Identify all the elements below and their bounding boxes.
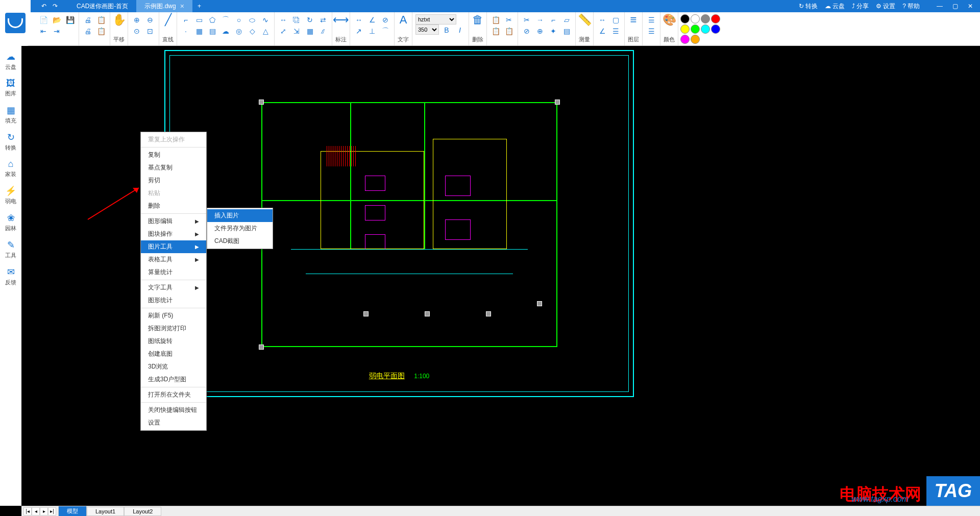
delete-icon[interactable]: 🗑 bbox=[472, 14, 483, 26]
menu-item[interactable]: 算量统计 bbox=[141, 266, 206, 279]
dimang-icon[interactable]: ∠ bbox=[366, 14, 378, 26]
fillet-icon[interactable]: ⌐ bbox=[548, 14, 559, 26]
dim-icon[interactable]: ⟷ bbox=[335, 14, 347, 26]
arc-icon[interactable]: ⌒ bbox=[220, 14, 231, 26]
copy-icon[interactable]: ⿻ bbox=[291, 14, 302, 26]
minimize-icon[interactable]: — bbox=[934, 1, 945, 12]
tab-model[interactable]: 模型 bbox=[58, 506, 87, 516]
sidebar-item[interactable]: ↻转换 bbox=[1, 129, 21, 155]
save-icon[interactable]: 💾 bbox=[64, 14, 76, 26]
cloud-button[interactable]: ☁云盘 bbox=[825, 2, 845, 11]
polyline-icon[interactable]: ⌐ bbox=[180, 14, 191, 26]
share-button[interactable]: ⤴分享 bbox=[852, 2, 869, 11]
sidebar-item[interactable]: ▦填充 bbox=[1, 102, 21, 128]
tab-layout1[interactable]: Layout1 bbox=[87, 507, 124, 516]
paste-icon[interactable]: 📋 bbox=[490, 26, 501, 37]
color-swatch[interactable] bbox=[701, 14, 710, 23]
menu-item[interactable]: 3D浏览 bbox=[141, 360, 206, 373]
dimrad-icon[interactable]: ⊘ bbox=[380, 14, 391, 26]
export-icon[interactable]: ⇤ bbox=[38, 26, 49, 37]
sidebar-item[interactable]: ☁云盘 bbox=[1, 48, 21, 74]
close-window-icon[interactable]: ✕ bbox=[965, 1, 976, 12]
handle[interactable] bbox=[259, 345, 264, 350]
chamfer-icon[interactable]: ▱ bbox=[561, 14, 572, 26]
offset-icon[interactable]: ⫽ bbox=[317, 26, 329, 37]
menu-item[interactable]: 打开所在文件夹 bbox=[141, 388, 206, 401]
print2-icon[interactable]: 🖨 bbox=[82, 26, 93, 37]
menu-item[interactable]: 生成3D户型图 bbox=[141, 373, 206, 386]
menu-item[interactable]: 复制 bbox=[141, 149, 206, 161]
layerprop-icon[interactable]: ☰ bbox=[646, 26, 657, 37]
donut-icon[interactable]: ◎ bbox=[233, 26, 244, 37]
settings-button[interactable]: ⚙设置 bbox=[876, 2, 895, 11]
first-icon[interactable]: |◂ bbox=[23, 507, 32, 515]
cloud-icon[interactable]: ☁ bbox=[220, 26, 231, 37]
handle[interactable] bbox=[363, 311, 369, 316]
sidebar-item[interactable]: ✉反馈 bbox=[1, 263, 21, 289]
last-icon[interactable]: ▸| bbox=[48, 507, 56, 515]
tab-document[interactable]: 示例图.dwg× bbox=[136, 0, 192, 12]
area-icon[interactable]: ▢ bbox=[610, 14, 621, 26]
handle[interactable] bbox=[425, 311, 430, 316]
zoomfit-icon[interactable]: ⊙ bbox=[131, 26, 142, 37]
layerlist-icon[interactable]: ☰ bbox=[646, 14, 657, 26]
extend-icon[interactable]: → bbox=[534, 14, 546, 26]
text-icon[interactable]: A bbox=[398, 14, 409, 26]
import-icon[interactable]: ⇥ bbox=[51, 26, 62, 37]
array-icon[interactable]: ▦ bbox=[304, 26, 315, 37]
open-icon[interactable]: 📂 bbox=[51, 14, 62, 26]
menu-item[interactable]: 关闭快捷编辑按钮 bbox=[141, 404, 206, 416]
menu-item[interactable]: 图块操作▶ bbox=[141, 228, 206, 240]
sidebar-item[interactable]: ❀园林 bbox=[1, 209, 21, 235]
menu-item[interactable]: 创建底图 bbox=[141, 348, 206, 360]
menu-item[interactable]: 插入图片 bbox=[207, 209, 273, 222]
color-swatch[interactable] bbox=[711, 14, 720, 23]
menu-item[interactable]: 设置 bbox=[141, 416, 206, 429]
new-icon[interactable]: 📄 bbox=[38, 14, 49, 26]
stretch-icon[interactable]: ⇲ bbox=[291, 26, 302, 37]
redo-icon[interactable]: ↷ bbox=[51, 2, 59, 10]
menu-item[interactable]: 图形编辑▶ bbox=[141, 215, 206, 228]
menu-item[interactable]: 表格工具▶ bbox=[141, 253, 206, 266]
rotate-icon[interactable]: ↻ bbox=[304, 14, 315, 26]
italic-button[interactable]: I bbox=[454, 24, 465, 36]
line-icon[interactable]: ╱ bbox=[162, 14, 174, 26]
menu-item[interactable]: 图形统计 bbox=[141, 294, 206, 307]
color-swatch[interactable] bbox=[691, 14, 700, 23]
sidebar-item[interactable]: ⚡弱电 bbox=[1, 182, 21, 208]
menu-item[interactable]: 删除 bbox=[141, 200, 206, 212]
sidebar-item[interactable]: 🖼图库 bbox=[1, 75, 21, 101]
zoomin-icon[interactable]: ⊕ bbox=[131, 14, 142, 26]
color-swatch[interactable] bbox=[701, 24, 710, 34]
align-icon[interactable]: ▤ bbox=[561, 26, 572, 37]
ellipse-icon[interactable]: ⬭ bbox=[247, 14, 258, 26]
pan-icon[interactable]: ✋ bbox=[113, 14, 125, 26]
mirror-icon[interactable]: ⇄ bbox=[317, 14, 329, 26]
add-tab-button[interactable]: + bbox=[192, 0, 206, 12]
color-icon[interactable]: 🎨 bbox=[664, 14, 675, 26]
join-icon[interactable]: ⊕ bbox=[534, 26, 546, 37]
help-button[interactable]: ?帮助 bbox=[902, 2, 920, 11]
pdf-icon[interactable]: 📋 bbox=[95, 14, 107, 26]
sidebar-item[interactable]: ⌂家装 bbox=[1, 156, 21, 181]
move-icon[interactable]: ↔ bbox=[278, 14, 289, 26]
handle[interactable] bbox=[555, 100, 560, 105]
color-swatch[interactable] bbox=[691, 24, 700, 34]
copy2-icon[interactable]: 📋 bbox=[490, 14, 501, 26]
close-icon[interactable]: × bbox=[180, 2, 184, 10]
sidebar-item[interactable]: ✎工具 bbox=[1, 236, 21, 262]
maximize-icon[interactable]: ▢ bbox=[949, 1, 961, 12]
prev-icon[interactable]: ◂ bbox=[32, 507, 40, 515]
tool2-icon[interactable]: △ bbox=[260, 26, 271, 37]
angle-icon[interactable]: ∠ bbox=[597, 26, 608, 37]
menu-item[interactable]: 图纸旋转 bbox=[141, 335, 206, 348]
spline-icon[interactable]: ∿ bbox=[260, 14, 271, 26]
circle-icon[interactable]: ○ bbox=[233, 14, 244, 26]
point-icon[interactable]: · bbox=[180, 26, 191, 37]
rect-icon[interactable]: ▭ bbox=[193, 14, 205, 26]
tab-layout2[interactable]: Layout2 bbox=[124, 507, 161, 516]
measure-icon[interactable]: 📏 bbox=[579, 14, 590, 26]
tab-home[interactable]: CAD迷你画图-首页 bbox=[68, 0, 136, 12]
color-swatch[interactable] bbox=[711, 24, 720, 34]
color-swatch[interactable] bbox=[680, 35, 690, 44]
